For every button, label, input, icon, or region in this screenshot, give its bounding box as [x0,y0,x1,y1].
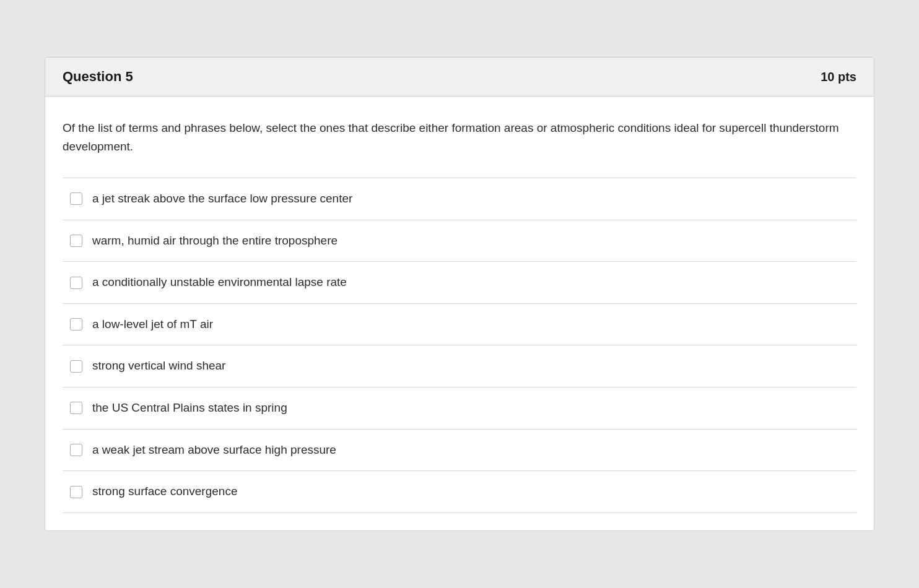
question-title: Question 5 [63,69,133,85]
option-item: a low-level jet of mT air [63,304,856,346]
option-label-4[interactable]: a low-level jet of mT air [92,316,213,333]
option-checkbox-2[interactable] [70,235,82,247]
option-checkbox-5[interactable] [70,360,82,373]
question-points: 10 pts [821,70,856,84]
option-label-6[interactable]: the US Central Plains states in spring [92,400,287,417]
option-item: a jet streak above the surface low press… [63,178,856,220]
option-label-5[interactable]: strong vertical wind shear [92,358,225,374]
option-checkbox-7[interactable] [70,444,82,456]
option-label-8[interactable]: strong surface convergence [92,483,237,500]
question-card: Question 5 10 pts Of the list of terms a… [45,57,874,531]
option-item: strong vertical wind shear [63,345,856,387]
option-item: strong surface convergence [63,471,856,513]
option-checkbox-8[interactable] [70,486,82,498]
option-item: a weak jet stream above surface high pre… [63,430,856,472]
question-header: Question 5 10 pts [45,58,874,97]
question-body: Of the list of terms and phrases below, … [45,97,874,530]
option-checkbox-6[interactable] [70,402,82,414]
options-list: a jet streak above the surface low press… [63,178,856,513]
question-prompt: Of the list of terms and phrases below, … [63,119,856,155]
option-checkbox-1[interactable] [70,192,82,205]
option-item: the US Central Plains states in spring [63,387,856,430]
option-item: a conditionally unstable environmental l… [63,262,856,304]
option-checkbox-3[interactable] [70,277,82,289]
option-item: warm, humid air through the entire tropo… [63,220,856,262]
option-checkbox-4[interactable] [70,318,82,331]
option-label-3[interactable]: a conditionally unstable environmental l… [92,274,347,291]
option-label-1[interactable]: a jet streak above the surface low press… [92,191,352,207]
option-label-2[interactable]: warm, humid air through the entire tropo… [92,233,338,249]
option-label-7[interactable]: a weak jet stream above surface high pre… [92,442,336,459]
